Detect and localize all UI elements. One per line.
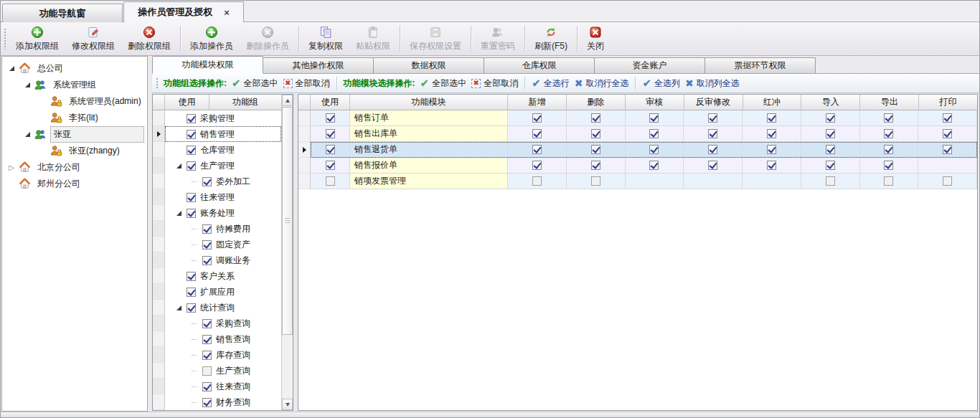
use-checkbox[interactable] [202, 366, 212, 376]
permission-checkbox[interactable] [826, 161, 835, 170]
use-checkbox[interactable] [187, 193, 196, 202]
use-checkbox[interactable] [187, 130, 196, 139]
use-checkbox[interactable] [202, 256, 212, 265]
permission-checkbox[interactable] [532, 176, 542, 186]
select-all-cols-button[interactable]: ✔全选列 [642, 77, 680, 90]
expander-open-icon[interactable] [174, 305, 184, 310]
permission-checkbox[interactable] [708, 145, 717, 154]
use-checkbox[interactable] [202, 224, 212, 234]
group-deselect-all-button[interactable]: ✖全部取消 [283, 77, 330, 90]
use-checkbox[interactable] [326, 129, 335, 138]
permission-checkbox[interactable] [884, 145, 893, 154]
use-checkbox[interactable] [326, 145, 335, 154]
permission-checkbox[interactable] [649, 145, 659, 154]
use-checkbox[interactable] [326, 161, 335, 170]
permission-checkbox[interactable] [591, 176, 600, 186]
function-group-row-3[interactable]: 生产管理 [153, 158, 281, 174]
permission-checkbox[interactable] [532, 129, 542, 138]
use-checkbox[interactable] [202, 240, 212, 250]
function-group-row-11[interactable]: 扩展应用 [153, 284, 281, 300]
refresh-button[interactable]: 刷新(F5) [528, 22, 574, 55]
scrollbar-thumb[interactable] [282, 107, 293, 335]
permission-checkbox[interactable] [591, 161, 600, 170]
expander-open-icon[interactable] [22, 132, 32, 137]
delete-permission-group-button[interactable]: 删除权限组 [121, 22, 177, 55]
close-button[interactable]: 关闭 [580, 22, 611, 55]
copy-permission-button[interactable]: 复制权限 [302, 22, 349, 55]
org-tree-item-3[interactable]: 李拓(lit) [2, 110, 147, 126]
use-checkbox[interactable] [202, 382, 212, 391]
paste-permission-button[interactable]: 粘贴权限 [349, 22, 397, 55]
permission-tab-4[interactable]: 资金账户 [594, 57, 705, 73]
permission-tab-0[interactable]: 功能模块权限 [152, 56, 263, 74]
reset-password-button[interactable]: 重置密码 [474, 22, 522, 55]
function-group-row-14[interactable]: 销售查询 [153, 331, 281, 347]
permission-checkbox[interactable] [532, 113, 542, 123]
function-group-row-17[interactable]: 往来查询 [153, 379, 281, 394]
function-group-row-5[interactable]: 往来管理 [153, 189, 281, 205]
edit-permission-group-button[interactable]: 修改权限组 [65, 22, 121, 55]
function-group-row-13[interactable]: 采购查询 [153, 315, 281, 331]
use-checkbox[interactable] [187, 303, 196, 313]
use-checkbox[interactable] [202, 335, 212, 344]
scroll-down-icon[interactable] [282, 399, 293, 410]
permission-checkbox[interactable] [767, 161, 776, 170]
permission-checkbox[interactable] [532, 161, 542, 170]
use-checkbox[interactable] [187, 209, 196, 218]
use-checkbox[interactable] [326, 176, 335, 186]
close-tab-icon[interactable]: × [224, 8, 230, 17]
function-group-row-8[interactable]: 固定资产 [153, 237, 281, 252]
permission-checkbox[interactable] [649, 129, 659, 138]
permission-tab-1[interactable]: 其他操作权限 [263, 57, 374, 73]
org-tree-item-1[interactable]: 系统管理组 [2, 77, 147, 93]
module-row-4[interactable]: 销项发票管理 [298, 174, 977, 189]
permission-checkbox[interactable] [767, 129, 776, 138]
module-row-3[interactable]: 销售报价单 [298, 158, 977, 174]
org-tree-item-5[interactable]: 张亚(zhangy) [2, 143, 147, 159]
use-checkbox[interactable] [202, 351, 212, 360]
permission-tab-5[interactable]: 票据环节权限 [705, 57, 816, 73]
delete-operator-button[interactable]: 删除操作员 [240, 22, 296, 55]
permission-checkbox[interactable] [708, 129, 717, 138]
module-select-all-button[interactable]: ✔全部选中 [420, 77, 467, 90]
org-tree-item-4[interactable]: 张亚 [2, 126, 147, 143]
deselect-all-rows-button[interactable]: ✖取消行全选 [575, 77, 629, 90]
tab-operator-management[interactable]: 操作员管理及授权 × [123, 1, 244, 22]
permission-checkbox[interactable] [884, 161, 893, 170]
permission-checkbox[interactable] [826, 113, 835, 123]
org-tree-item-2[interactable]: 系统管理员(admin) [2, 93, 147, 110]
function-group-row-16[interactable]: 生产查询 [153, 363, 281, 379]
function-group-row-18[interactable]: 财务查询 [153, 394, 281, 410]
org-tree-item-7[interactable]: 郑州分公司 [2, 176, 147, 192]
use-checkbox[interactable] [187, 114, 196, 123]
permission-checkbox[interactable] [591, 129, 600, 138]
tab-function-navigation[interactable]: 功能导航窗 [2, 4, 123, 22]
permission-checkbox[interactable] [767, 113, 776, 123]
permission-checkbox[interactable] [826, 145, 835, 154]
function-group-row-1[interactable]: 销售管理 [153, 126, 281, 142]
use-checkbox[interactable] [202, 398, 212, 407]
function-group-row-0[interactable]: 采购管理 [153, 110, 281, 126]
use-checkbox[interactable] [202, 177, 212, 186]
permission-checkbox[interactable] [767, 145, 776, 154]
permission-checkbox[interactable] [532, 145, 542, 154]
save-permission-button[interactable]: 保存权限设置 [403, 22, 468, 55]
permission-checkbox[interactable] [591, 113, 600, 123]
permission-checkbox[interactable] [943, 129, 952, 138]
permission-checkbox[interactable] [826, 176, 835, 186]
permission-checkbox[interactable] [884, 129, 893, 138]
use-checkbox[interactable] [187, 161, 196, 171]
select-all-rows-button[interactable]: ✔全选行 [532, 77, 570, 90]
expander-open-icon[interactable] [22, 82, 32, 87]
permission-checkbox[interactable] [649, 113, 659, 123]
function-group-row-7[interactable]: 待摊费用 [153, 221, 281, 237]
permission-tab-3[interactable]: 仓库权限 [484, 57, 595, 73]
permission-checkbox[interactable] [943, 176, 952, 186]
permission-checkbox[interactable] [649, 161, 659, 170]
permission-checkbox[interactable] [826, 129, 835, 138]
add-operator-button[interactable]: 添加操作员 [184, 22, 240, 55]
use-checkbox[interactable] [187, 288, 196, 297]
org-tree-item-0[interactable]: 总公司 [2, 60, 147, 77]
module-row-1[interactable]: 销售出库单 [298, 126, 977, 142]
module-row-0[interactable]: 销售订单 [298, 110, 977, 126]
